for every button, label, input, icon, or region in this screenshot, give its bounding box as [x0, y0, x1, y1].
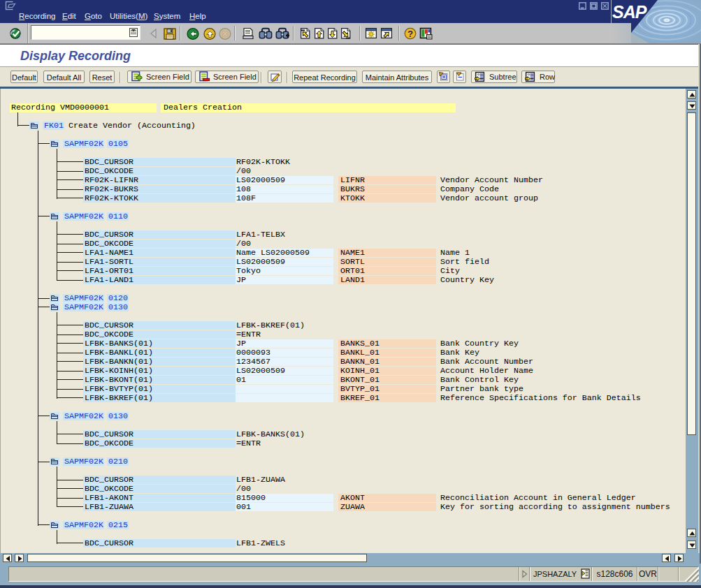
svg-text:?: ? [407, 29, 413, 39]
